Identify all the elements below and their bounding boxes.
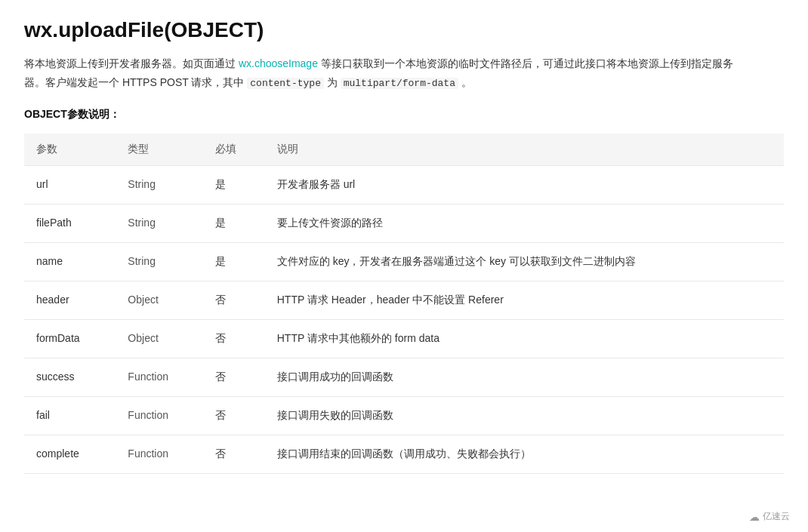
code-multipart: multipart/form-data: [341, 78, 458, 89]
col-header-type: 类型: [116, 134, 203, 166]
desc-line2-mid: 为: [324, 76, 341, 88]
cell-type: Object: [116, 281, 203, 319]
cell-type: String: [116, 204, 203, 242]
cloud-icon: ☁: [749, 511, 760, 523]
description-block: 将本地资源上传到开发者服务器。如页面通过 wx.chooseImage 等接口获…: [24, 54, 784, 93]
chooseimage-link[interactable]: wx.chooseImage: [239, 57, 318, 69]
cell-description: HTTP 请求 Header，header 中不能设置 Referer: [265, 281, 784, 319]
cell-param: header: [24, 281, 116, 319]
cell-description: 接口调用成功的回调函数: [265, 358, 784, 396]
footer: ☁ 亿速云: [749, 510, 790, 523]
cell-param: fail: [24, 396, 116, 435]
table-row: nameString是文件对应的 key，开发者在服务器端通过这个 key 可以…: [24, 242, 784, 281]
cell-description: 开发者服务器 url: [265, 165, 784, 204]
cell-type: Object: [116, 319, 203, 358]
table-row: headerObject否HTTP 请求 Header，header 中不能设置…: [24, 281, 784, 319]
table-row: successFunction否接口调用成功的回调函数: [24, 358, 784, 396]
cell-required: 是: [203, 165, 264, 204]
cell-type: Function: [116, 435, 203, 473]
cell-required: 否: [203, 281, 264, 319]
cell-required: 否: [203, 435, 264, 473]
desc-line2-end: 。: [458, 76, 472, 88]
cell-description: 接口调用结束的回调函数（调用成功、失败都会执行）: [265, 435, 784, 473]
col-header-required: 必填: [203, 134, 264, 166]
cell-required: 否: [203, 319, 264, 358]
page-title: wx.uploadFile(OBJECT): [24, 18, 784, 42]
cell-param: formData: [24, 319, 116, 358]
cell-description: 要上传文件资源的路径: [265, 204, 784, 242]
cell-type: String: [116, 242, 203, 281]
table-row: failFunction否接口调用失败的回调函数: [24, 396, 784, 435]
desc-line2: 器。客户端发起一个 HTTPS POST 请求，其中: [24, 76, 247, 88]
cell-required: 是: [203, 204, 264, 242]
col-header-description: 说明: [265, 134, 784, 166]
cell-description: HTTP 请求中其他额外的 form data: [265, 319, 784, 358]
table-row: filePathString是要上传文件资源的路径: [24, 204, 784, 242]
cell-type: String: [116, 165, 203, 204]
desc-line1-after: 等接口获取到一个本地资源的临时文件路径后，可通过此接口将本地资源上传到指定服务: [318, 57, 733, 69]
cell-required: 否: [203, 358, 264, 396]
cell-param: complete: [24, 435, 116, 473]
params-table: 参数 类型 必填 说明 urlString是开发者服务器 urlfilePath…: [24, 134, 784, 474]
footer-text: 亿速云: [763, 510, 790, 523]
cell-type: Function: [116, 396, 203, 435]
table-row: urlString是开发者服务器 url: [24, 165, 784, 204]
cell-param: name: [24, 242, 116, 281]
cell-type: Function: [116, 358, 203, 396]
cell-description: 接口调用失败的回调函数: [265, 396, 784, 435]
cell-required: 是: [203, 242, 264, 281]
col-header-param: 参数: [24, 134, 116, 166]
code-content-type: content-type: [247, 78, 324, 89]
cell-param: url: [24, 165, 116, 204]
cell-description: 文件对应的 key，开发者在服务器端通过这个 key 可以获取到文件二进制内容: [265, 242, 784, 281]
table-row: completeFunction否接口调用结束的回调函数（调用成功、失败都会执行…: [24, 435, 784, 473]
cell-param: filePath: [24, 204, 116, 242]
section-title: OBJECT参数说明：: [24, 108, 784, 121]
table-row: formDataObject否HTTP 请求中其他额外的 form data: [24, 319, 784, 358]
desc-line1-before: 将本地资源上传到开发者服务器。如页面通过: [24, 57, 239, 69]
cell-param: success: [24, 358, 116, 396]
table-header-row: 参数 类型 必填 说明: [24, 134, 784, 166]
cell-required: 否: [203, 396, 264, 435]
